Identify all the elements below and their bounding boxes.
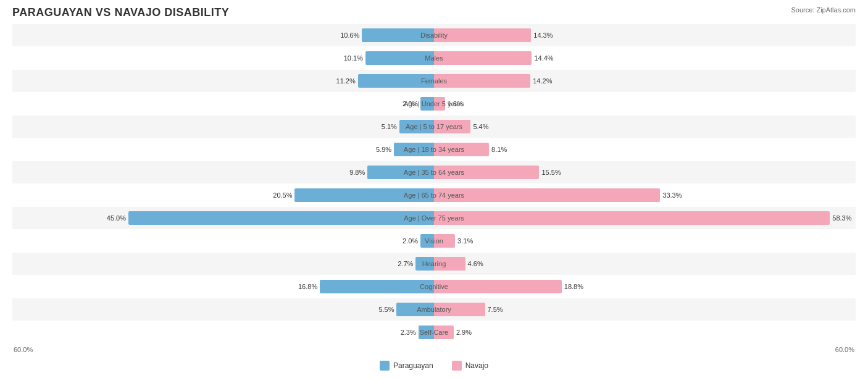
right-bar bbox=[434, 28, 531, 42]
left-bar bbox=[415, 257, 434, 271]
legend-navajo-box bbox=[452, 361, 462, 371]
right-bar bbox=[434, 211, 830, 225]
legend: Paraguayan Navajo bbox=[12, 358, 856, 371]
right-bar bbox=[434, 143, 489, 156]
left-bar bbox=[367, 166, 434, 179]
bar-row: 5.5%7.5%Ambulatory bbox=[12, 298, 856, 321]
right-bar bbox=[434, 166, 539, 179]
bar-row: 10.1%14.4%Males bbox=[12, 47, 856, 69]
right-value: 7.5% bbox=[488, 306, 503, 313]
left-value: 2.0% bbox=[403, 100, 418, 107]
right-value: 15.5% bbox=[541, 169, 561, 176]
axis-labels: 60.0% 60.0% bbox=[12, 346, 856, 353]
right-value: 2.9% bbox=[456, 329, 472, 336]
bar-row: 9.8%15.5%Age | 35 to 64 years bbox=[12, 161, 856, 183]
right-value: 14.2% bbox=[533, 77, 552, 85]
left-bar bbox=[399, 120, 434, 133]
legend-paraguayan: Paraguayan bbox=[380, 361, 433, 371]
left-value: 10.6% bbox=[340, 32, 359, 39]
right-value: 14.3% bbox=[533, 32, 553, 39]
right-bar bbox=[434, 51, 532, 65]
left-value: 9.8% bbox=[349, 169, 365, 176]
chart-container: PARAGUAYAN VS NAVAJO DISABILITY Source: … bbox=[0, 0, 868, 378]
right-bar bbox=[434, 234, 455, 248]
legend-paraguayan-label: Paraguayan bbox=[393, 361, 433, 370]
source-text: Source: ZipAtlas.com bbox=[791, 6, 856, 14]
right-bar bbox=[434, 326, 454, 339]
chart-title: PARAGUAYAN VS NAVAJO DISABILITY bbox=[12, 6, 229, 19]
axis-left-label: 60.0% bbox=[14, 346, 33, 353]
right-value: 5.4% bbox=[473, 123, 488, 130]
right-bar bbox=[434, 257, 465, 271]
left-value: 5.1% bbox=[382, 123, 397, 130]
left-bar bbox=[394, 143, 434, 156]
left-value: 16.8% bbox=[298, 283, 317, 290]
title-row: PARAGUAYAN VS NAVAJO DISABILITY Source: … bbox=[12, 6, 856, 19]
bar-row: 5.1%5.4%Age | 5 to 17 years bbox=[12, 116, 856, 138]
left-bar bbox=[358, 74, 434, 88]
bar-row: 2.0%3.1%Vision bbox=[12, 230, 856, 252]
left-value: 45.0% bbox=[107, 214, 126, 222]
right-value: 18.8% bbox=[564, 283, 583, 290]
right-bar bbox=[434, 120, 470, 133]
right-value: 3.1% bbox=[457, 237, 473, 245]
left-bar bbox=[128, 211, 434, 225]
left-bar bbox=[420, 234, 434, 248]
right-bar bbox=[434, 74, 530, 88]
left-value: 2.0% bbox=[403, 237, 418, 245]
bar-row: 11.2%14.2%Females bbox=[12, 70, 856, 92]
right-bar bbox=[434, 280, 562, 293]
bar-row: 2.7%4.6%Hearing bbox=[12, 253, 856, 275]
right-bar bbox=[434, 303, 485, 316]
left-value: 10.1% bbox=[344, 54, 363, 62]
chart-area: 10.6%14.3%Disability10.1%14.4%Males11.2%… bbox=[12, 24, 856, 343]
left-bar bbox=[320, 280, 434, 293]
bar-row: 16.8%18.8%Cognitive bbox=[12, 275, 856, 298]
bar-row: 20.5%33.3%Age | 65 to 74 years bbox=[12, 184, 856, 206]
left-bar bbox=[419, 326, 434, 339]
right-value: 1.6% bbox=[448, 100, 463, 107]
right-value: 33.3% bbox=[662, 191, 682, 199]
left-bar bbox=[420, 97, 434, 111]
bar-row: 2.0%1.6%Age | Under 5 years bbox=[12, 93, 856, 115]
left-bar bbox=[362, 28, 434, 42]
left-value: 5.9% bbox=[376, 146, 391, 153]
left-bar bbox=[365, 51, 434, 65]
bar-row: 10.6%14.3%Disability bbox=[12, 24, 856, 46]
bar-row: 2.3%2.9%Self-Care bbox=[12, 321, 856, 343]
right-value: 14.4% bbox=[534, 54, 553, 62]
left-value: 11.2% bbox=[336, 77, 356, 85]
bar-row: 45.0%58.3%Age | Over 75 years bbox=[12, 207, 856, 229]
right-bar bbox=[434, 188, 660, 202]
right-value: 4.6% bbox=[468, 260, 483, 267]
left-bar bbox=[294, 188, 434, 202]
right-bar bbox=[434, 97, 445, 111]
legend-navajo-label: Navajo bbox=[465, 361, 488, 370]
left-value: 2.7% bbox=[398, 260, 413, 267]
legend-paraguayan-box bbox=[380, 361, 390, 371]
right-value: 58.3% bbox=[832, 214, 851, 222]
bar-row: 5.9%8.1%Age | 18 to 34 years bbox=[12, 138, 856, 161]
axis-right-label: 60.0% bbox=[835, 346, 854, 353]
left-value: 2.3% bbox=[401, 329, 416, 336]
legend-navajo: Navajo bbox=[452, 361, 488, 371]
left-value: 20.5% bbox=[273, 191, 292, 199]
right-value: 8.1% bbox=[491, 146, 507, 153]
left-bar bbox=[396, 303, 434, 316]
left-value: 5.5% bbox=[378, 306, 394, 313]
